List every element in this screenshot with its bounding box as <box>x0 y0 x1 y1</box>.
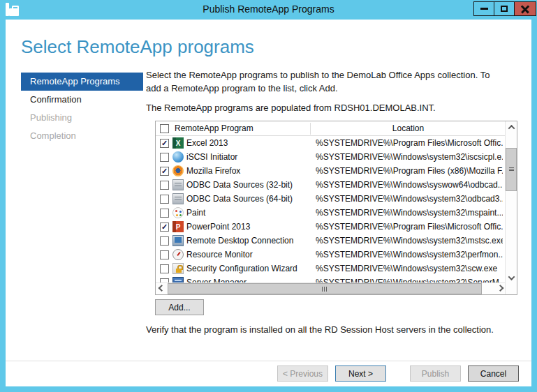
app-name: ODBC Data Sources (64-bit) <box>186 194 293 204</box>
app-location: %SYSTEMDRIVE%\Program Files\Microsoft Of… <box>316 222 503 232</box>
app-name: Mozilla Firefox <box>186 166 240 176</box>
app-name: Remote Desktop Connection <box>186 236 293 246</box>
scrollbar-corner <box>505 282 517 294</box>
app-location: %SYSTEMDRIVE%\Windows\system32\mspaint..… <box>316 208 503 218</box>
icon-letter: P <box>172 221 184 232</box>
icon-letter <box>173 208 183 218</box>
vertical-scrollbar-thumb[interactable] <box>506 148 517 191</box>
sidebar-item-confirmation[interactable]: Confirmation <box>21 91 143 109</box>
chevron-down-icon <box>508 273 515 280</box>
icon-letter <box>172 165 184 176</box>
minimize-icon <box>480 8 488 10</box>
table-header: RemoteApp Program Location <box>156 121 506 136</box>
window-controls <box>474 1 536 16</box>
icon-letter: X <box>172 137 184 149</box>
table-row[interactable]: ✓ X Excel 2013 %SYSTEMDRIVE%\Program Fil… <box>156 136 506 150</box>
table-body: ✓ X Excel 2013 %SYSTEMDRIVE%\Program Fil… <box>156 136 506 283</box>
icon-letter <box>172 151 184 163</box>
app-name: PowerPoint 2013 <box>186 222 250 232</box>
app-location: %SYSTEMDRIVE%\Windows\system32\iscsicpl.… <box>316 152 503 162</box>
scroll-up-button[interactable] <box>506 121 517 133</box>
remoteapp-program-table: RemoteApp Program Location ✓ X Excel 201… <box>155 121 517 295</box>
app-location: %SYSTEMDRIVE%\Windows\system32\odbcad3..… <box>316 194 503 204</box>
chevron-up-icon <box>508 124 515 131</box>
column-header-program[interactable]: RemoteApp Program <box>175 123 253 133</box>
icon-letter <box>173 236 183 246</box>
row-checkbox[interactable] <box>160 250 169 259</box>
firefox-icon <box>172 165 184 176</box>
table-row[interactable]: ✓ P PowerPoint 2013 %SYSTEMDRIVE%\Progra… <box>156 220 506 234</box>
app-location: %SYSTEMDRIVE%\Windows\system32\mstsc.exe <box>316 236 503 246</box>
publish-remoteapp-wizard-window: { "window": { "title": "Publish RemoteAp… <box>0 0 537 392</box>
row-checkbox[interactable]: ✓ <box>160 167 169 176</box>
column-header-location[interactable]: Location <box>311 123 506 133</box>
table-row[interactable]: Paint %SYSTEMDRIVE%\Windows\system32\msp… <box>156 206 506 220</box>
icon-letter <box>173 250 183 259</box>
icon-letter <box>173 194 183 204</box>
app-location: %SYSTEMDRIVE%\Program Files\Microsoft Of… <box>316 138 503 148</box>
table-row[interactable]: ✓ Mozilla Firefox %SYSTEMDRIVE%\Program … <box>156 164 506 178</box>
app-name: Excel 2013 <box>186 138 228 148</box>
window-title: Publish RemoteApp Programs <box>0 3 537 15</box>
app-location: %SYSTEMDRIVE%\Windows\system32\scw.exe <box>316 264 503 273</box>
cancel-button[interactable]: Cancel <box>468 365 519 382</box>
icon-letter <box>173 180 183 190</box>
next-button[interactable]: Next > <box>335 365 386 382</box>
row-checkbox[interactable] <box>160 264 169 273</box>
app-location: %SYSTEMDRIVE%\Windows\system32\perfmon..… <box>316 250 503 259</box>
row-checkbox[interactable]: ✓ <box>160 223 169 232</box>
maximize-button[interactable] <box>494 1 515 16</box>
horizontal-scrollbar[interactable] <box>156 282 506 294</box>
app-location: %SYSTEMDRIVE%\Program Files (x86)\Mozill… <box>316 166 503 176</box>
source-note-text: The RemoteApp programs are populated fro… <box>146 103 436 113</box>
title-bar: Publish RemoteApp Programs <box>0 0 537 20</box>
sidebar-item-remoteapp-programs[interactable]: RemoteApp Programs <box>21 73 143 91</box>
add-button[interactable]: Add... <box>155 299 204 315</box>
iscsi-icon <box>172 151 184 163</box>
page-title: Select RemoteApp programs <box>21 36 254 58</box>
app-name: iSCSI Initiator <box>186 152 237 162</box>
app-name: Resource Monitor <box>186 250 253 259</box>
chevron-left-icon <box>158 285 165 292</box>
maximize-icon <box>501 6 508 12</box>
footer-separator <box>6 361 531 361</box>
description-text: Select the RemoteApp programs to publish… <box>146 68 505 95</box>
chevron-right-icon <box>496 285 503 292</box>
app-name: ODBC Data Sources (32-bit) <box>186 180 293 190</box>
vertical-scrollbar[interactable] <box>505 121 517 283</box>
minimize-button[interactable] <box>473 1 494 16</box>
row-checkbox[interactable]: ✓ <box>160 139 169 148</box>
odbc-icon <box>172 193 184 204</box>
verify-note-text: Verify that the program is installed on … <box>146 324 494 335</box>
app-name: Security Configuration Wizard <box>186 264 297 273</box>
app-location: %SYSTEMDRIVE%\Windows\syswow64\odbcad... <box>316 180 503 190</box>
scw-icon <box>172 263 184 274</box>
row-checkbox[interactable] <box>160 209 169 218</box>
excel-icon: X <box>172 137 184 149</box>
row-checkbox[interactable] <box>160 181 169 190</box>
scroll-right-button[interactable] <box>494 283 506 294</box>
scroll-down-button[interactable] <box>506 272 517 283</box>
row-checkbox[interactable] <box>160 153 169 162</box>
powerpoint-icon: P <box>172 221 184 232</box>
previous-button: < Previous <box>277 365 328 382</box>
icon-letter <box>173 264 183 273</box>
close-icon <box>521 5 529 13</box>
select-all-checkbox[interactable] <box>160 124 169 133</box>
rdc-icon <box>172 235 184 246</box>
scroll-left-button[interactable] <box>156 283 167 294</box>
wizard-body: Select RemoteApp programs RemoteApp Prog… <box>6 20 531 386</box>
table-row[interactable]: iSCSI Initiator %SYSTEMDRIVE%\Windows\sy… <box>156 150 506 164</box>
sidebar-item-publishing: Publishing <box>21 109 143 127</box>
table-row[interactable]: Resource Monitor %SYSTEMDRIVE%\Windows\s… <box>156 248 506 262</box>
close-button[interactable] <box>514 1 536 16</box>
table-row[interactable]: ODBC Data Sources (32-bit) %SYSTEMDRIVE%… <box>156 178 506 192</box>
app-name: Paint <box>186 208 205 218</box>
table-row[interactable]: ODBC Data Sources (64-bit) %SYSTEMDRIVE%… <box>156 192 506 206</box>
table-row[interactable]: Remote Desktop Connection %SYSTEMDRIVE%\… <box>156 234 506 248</box>
row-checkbox[interactable] <box>160 195 169 204</box>
horizontal-scrollbar-thumb[interactable] <box>168 283 482 294</box>
row-checkbox[interactable] <box>160 236 169 246</box>
sidebar-item-completion: Completion <box>21 127 143 145</box>
table-row[interactable]: Security Configuration Wizard %SYSTEMDRI… <box>156 262 506 276</box>
